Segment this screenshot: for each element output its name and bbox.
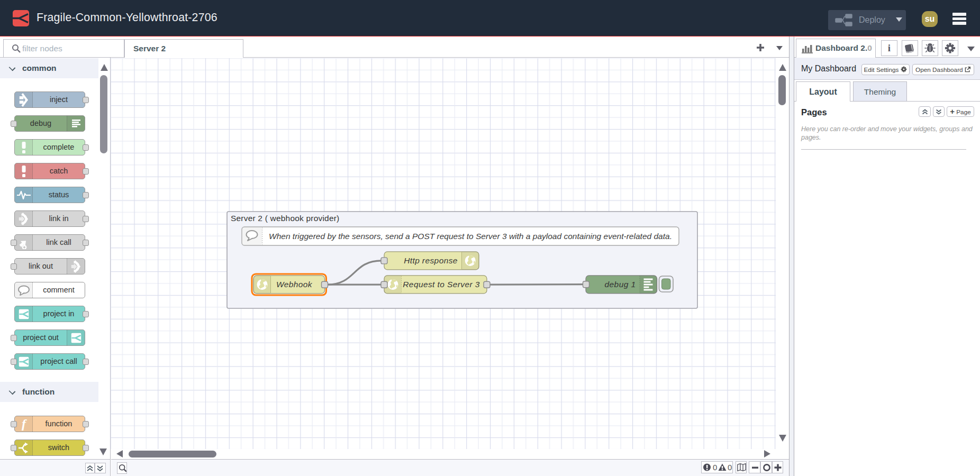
svg-text:Http response: Http response — [404, 256, 458, 265]
svg-text:Request to Server 3: Request to Server 3 — [403, 280, 479, 289]
svg-text:Webhook: Webhook — [276, 280, 313, 289]
svg-text:0: 0 — [728, 463, 732, 472]
svg-text:f: f — [22, 418, 27, 431]
svg-text:0: 0 — [713, 463, 717, 472]
svg-text:debug 1: debug 1 — [605, 280, 636, 289]
svg-text:i: i — [888, 42, 891, 53]
svg-text:When triggered by the sensors,: When triggered by the sensors, send a PO… — [269, 232, 672, 241]
svg-text:Server 2 ( webhook provider): Server 2 ( webhook provider) — [231, 214, 339, 223]
